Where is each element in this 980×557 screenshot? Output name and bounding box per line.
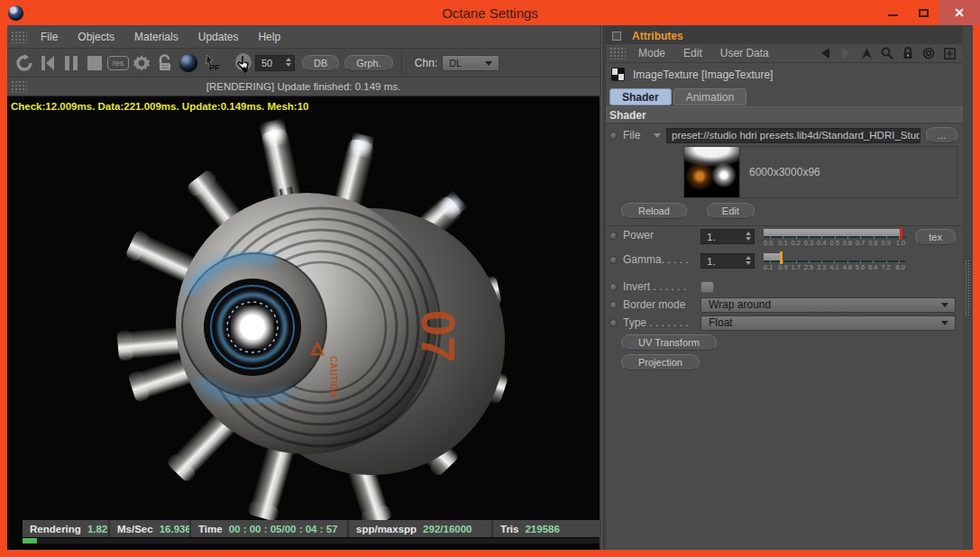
menu-help[interactable]: Help [248,31,290,43]
tab-animation[interactable]: Animation [673,88,746,105]
panel-pin-checkbox[interactable] [612,32,621,41]
channel-label: Chn: [415,57,437,69]
resolution-icon[interactable]: res [107,52,129,74]
power-value-field[interactable]: 1. [701,229,755,244]
render-viewport[interactable]: Check:12.009ms. Data:221.009ms. Update:0… [7,98,600,550]
octane-settings-window: Octane Settings ✕ File Objects Materials… [0,0,980,557]
menu-materials[interactable]: Materials [124,31,188,43]
power-slider[interactable]: 0.00.10.20.30.40.50.60.70.80.91.0 [764,229,905,252]
menu-updates[interactable]: Updates [188,31,249,43]
stop-icon[interactable] [84,52,105,74]
tex-button[interactable]: tex [915,229,956,245]
skip-to-start-icon[interactable] [37,52,59,74]
tab-shader[interactable]: Shader [609,88,672,105]
attributes-panel: Attributes Mode Edit User Data [606,27,963,550]
menu-edit[interactable]: Edit [674,47,711,59]
attributes-title: Attributes [632,30,683,42]
menu-objects[interactable]: Objects [68,31,124,43]
browse-button[interactable]: ... [926,127,957,143]
channel-dropdown[interactable]: DL [442,55,499,71]
material-sphere-icon[interactable] [178,52,199,74]
panel-divider[interactable] [601,25,602,550]
invert-checkbox[interactable] [701,281,714,293]
settings-gear-icon[interactable] [131,52,152,74]
panel-resize-strip[interactable] [963,27,973,550]
texture-preview-box: 6000x3000x96 [683,146,957,198]
edit-button[interactable]: Edit [707,203,755,219]
hdri-thumbnail[interactable] [684,147,740,197]
caution-label: CAUTION [328,356,338,397]
gamma-slider-marker[interactable] [780,251,783,264]
status-segment-time: Time 00 : 00 : 05/00 : 04 : 57 [191,520,349,537]
panel-grip-icon[interactable] [11,31,27,43]
border-mode-row: Border mode Wrap around [606,296,963,314]
sample-spinner[interactable] [286,58,291,67]
menu-bar: File Objects Materials Updates Help [7,25,600,49]
param-port-icon[interactable] [609,232,618,240]
chevron-down-icon[interactable] [654,133,661,138]
attributes-header: Attributes [606,27,963,44]
menu-mode[interactable]: Mode [629,47,674,59]
gamma-value-field[interactable]: 1. [701,253,755,269]
file-buttons-row: Reload Edit [606,200,963,224]
search-icon[interactable] [881,47,893,59]
param-port-icon[interactable] [609,283,618,291]
menu-file[interactable]: File [31,31,68,43]
param-port-icon[interactable] [609,256,618,264]
lock-icon[interactable] [154,52,176,74]
lock-icon[interactable] [902,47,914,59]
add-box-icon[interactable] [943,47,956,59]
uv-transform-button[interactable]: UV Transform [621,334,717,351]
target-icon[interactable] [922,47,935,59]
panel-grip-icon[interactable] [609,47,626,59]
chevron-down-icon [485,61,492,66]
param-port-icon[interactable] [609,319,618,327]
render-stats-text: Check:12.009ms. Data:221.009ms. Update:0… [11,101,308,112]
file-label: File [623,129,654,142]
render-toolbar: res PF 50 DB [7,49,600,78]
file-path-field[interactable]: preset://studio hdri presets.lib4d/Stand… [666,128,920,143]
border-mode-dropdown[interactable]: Wrap around [701,297,956,313]
projection-button[interactable]: Projection [621,354,700,370]
chevron-down-icon [941,321,948,325]
reload-button[interactable]: Reload [621,203,687,219]
type-label: Type . . . . . . . [623,316,701,329]
db-button[interactable]: DB [302,55,339,71]
minimize-button[interactable] [877,0,908,25]
uv-transform-row: UV Transform [606,332,963,352]
menu-user-data[interactable]: User Data [711,47,778,59]
resize-grip-icon [965,260,971,315]
maximize-button[interactable] [908,0,939,25]
object-title: ImageTexture [ImageTexture] [633,68,773,81]
gamma-slider[interactable]: 0.10.91.72.53.34.14.85.66.47.28.0 [764,253,905,277]
type-row: Type . . . . . . . Float [606,314,963,332]
restart-render-icon[interactable] [14,52,35,74]
power-spinner[interactable] [746,232,751,241]
status-segment-spp: spp/maxspp 292/16000 [349,520,493,537]
shader-section-header[interactable]: Shader [606,106,963,123]
back-arrow-icon[interactable] [819,47,831,59]
up-arrow-icon[interactable] [860,47,873,59]
type-dropdown[interactable]: Float [701,315,956,331]
svg-text:PF: PF [209,63,220,72]
status-segment-rendering: Rendering 1.825% [23,520,110,537]
grph-button[interactable]: Grph. [344,55,393,71]
gamma-label: Gamma. . . . . [623,253,701,266]
status-segment-mssec: Ms/Sec 16.936 [110,520,191,537]
pause-icon[interactable] [60,52,82,74]
close-button[interactable]: ✕ [939,0,980,25]
pointer-hand-icon[interactable] [233,52,254,74]
forward-arrow-icon[interactable] [839,47,852,59]
gamma-row: Gamma. . . . . 1. 0.10.91.72.53.34.14.85… [606,253,963,278]
render-status-bar: [RENDERING] Update finished: 0.149 ms. [7,78,600,96]
power-row: Power 1. 0.00.10.20.30.40.50.60.70.80.91… [606,229,963,253]
shader-tabs: Shader Animation [606,86,963,105]
power-slider-marker[interactable] [900,227,902,240]
rendered-engine-object: 07 CAUTION [101,114,525,538]
pick-focus-icon[interactable]: PF [201,52,223,74]
gamma-spinner[interactable] [746,256,751,265]
param-port-icon[interactable] [609,301,618,309]
render-status-text: [RENDERING] Update finished: 0.149 ms. [7,81,600,92]
param-port-icon[interactable] [609,132,618,140]
sample-count-field[interactable]: 50 [255,55,295,71]
